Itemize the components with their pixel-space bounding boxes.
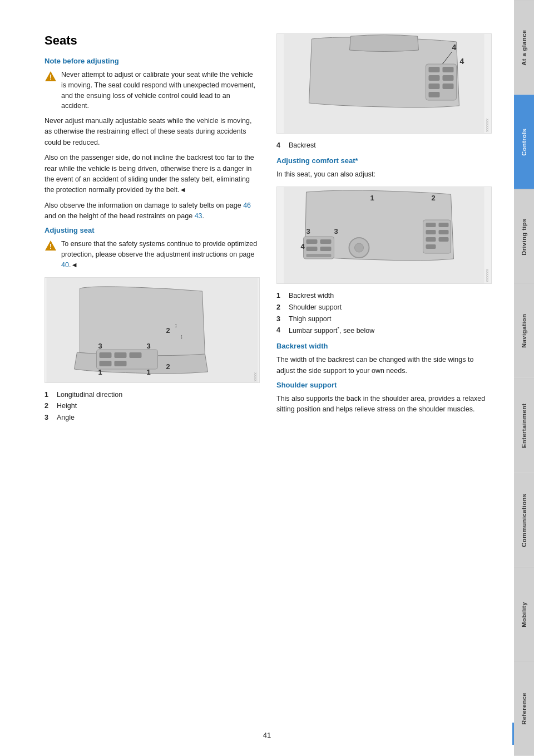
- comfort-item-3: 3 Thigh support: [276, 314, 492, 325]
- main-content: Seats Note before adjusting ! Never atte…: [0, 0, 514, 756]
- svg-text:2: 2: [166, 326, 170, 335]
- svg-text:↕: ↕: [180, 333, 184, 340]
- list-item-2: 2 Height: [44, 401, 260, 411]
- item-label-3: Angle: [57, 413, 75, 423]
- warning-text-2: To ensure that the safety systems contin…: [61, 239, 260, 270]
- item-label-1: Longitudinal direction: [57, 390, 122, 400]
- svg-rect-24: [443, 75, 454, 81]
- svg-text:1: 1: [147, 368, 151, 376]
- right-sidebar: At a glance Controls Driving tips Naviga…: [514, 0, 534, 756]
- subsection-comfort-seat: Adjusting comfort seat* In this seat, yo…: [276, 156, 492, 337]
- svg-text:↕: ↕: [175, 322, 178, 328]
- body-shoulder-support: This also supports the back in the shoul…: [276, 394, 492, 415]
- body-text-1c: Also observe the information on damage t…: [44, 200, 260, 222]
- sidebar-tab-reference[interactable]: Reference: [514, 661, 534, 756]
- svg-text:!: !: [50, 73, 52, 81]
- asterisk-lumbar: *: [338, 326, 340, 331]
- svg-rect-34: [320, 239, 332, 244]
- sidebar-tab-controls[interactable]: Controls: [514, 95, 534, 189]
- warning-text-1: Never attempt to adjust or calibrate you…: [61, 70, 260, 111]
- svg-text:!: !: [50, 243, 52, 251]
- comfort-num-3: 3: [276, 314, 284, 325]
- warning-triangle-1: !: [44, 71, 57, 111]
- seat-adjust-list: 1 Longitudinal direction 2 Height 3 Angl…: [44, 390, 260, 423]
- svg-rect-23: [429, 75, 440, 81]
- heading-backrest-width: Backrest width: [276, 342, 492, 350]
- svg-rect-44: [439, 230, 449, 234]
- svg-text:2: 2: [432, 194, 436, 202]
- page-container: Seats Note before adjusting ! Never atte…: [0, 0, 534, 756]
- svg-rect-25: [429, 84, 440, 89]
- heading-note-before-adjusting: Note before adjusting: [44, 57, 260, 65]
- heading-shoulder-support: Shoulder support: [276, 381, 492, 389]
- left-column: Seats Note before adjusting ! Never atte…: [44, 33, 260, 734]
- heading-adjusting-seat: Adjusting seat: [44, 226, 260, 234]
- seat-adjust-svg: 3 3 2 2 1 1 ↕ ↕: [45, 277, 259, 383]
- right-column: 4 4 xxxxxx 4 Backrest Adjusting comfort …: [276, 33, 492, 734]
- comfort-label-4: Lumbar support*, see below: [289, 325, 374, 336]
- backrest-item-4: 4 Backrest: [276, 140, 492, 151]
- svg-text:3: 3: [98, 342, 102, 350]
- svg-text:4: 4: [452, 43, 457, 52]
- svg-rect-27: [429, 92, 440, 97]
- svg-text:4: 4: [460, 57, 464, 66]
- comfort-num-4: 4: [276, 325, 284, 336]
- svg-rect-8: [130, 352, 142, 358]
- section-title: Seats: [44, 33, 260, 48]
- comfort-item-1: 1 Backrest width: [276, 291, 492, 301]
- comfort-item-2: 2 Shoulder support: [276, 302, 492, 313]
- svg-text:3: 3: [306, 227, 310, 235]
- subsection-shoulder-support: Shoulder support This also supports the …: [276, 381, 492, 415]
- svg-text:1: 1: [370, 194, 374, 202]
- backrest-svg: 4 4: [277, 33, 491, 134]
- svg-rect-46: [439, 237, 449, 242]
- svg-text:4: 4: [301, 242, 305, 251]
- svg-rect-7: [115, 352, 127, 358]
- svg-rect-6: [100, 352, 112, 358]
- comfort-label-2: Shoulder support: [289, 302, 342, 313]
- backrest-num-4: 4: [276, 140, 284, 151]
- backrest-label-4: Backrest: [289, 140, 316, 151]
- page-number: 41: [263, 731, 271, 739]
- link-page-46[interactable]: 46: [243, 202, 251, 209]
- list-item-3: 3 Angle: [44, 413, 260, 423]
- img-id-2: xxxxxx: [485, 119, 490, 132]
- subsection-note-before-adjusting: Note before adjusting ! Never attempt to…: [44, 57, 260, 222]
- comfort-seat-list: 1 Backrest width 2 Shoulder support 3 Th…: [276, 291, 492, 336]
- img-id-1: xxxx: [253, 372, 258, 381]
- subsection-backrest-width: Backrest width The width of the backrest…: [276, 342, 492, 376]
- sidebar-tab-entertainment[interactable]: Entertainment: [514, 378, 534, 473]
- sidebar-tab-driving-tips[interactable]: Driving tips: [514, 189, 534, 284]
- comfort-seat-intro: In this seat, you can also adjust:: [276, 169, 492, 180]
- svg-rect-22: [443, 67, 454, 72]
- svg-rect-41: [426, 223, 436, 227]
- sidebar-tab-mobility[interactable]: Mobility: [514, 567, 534, 662]
- svg-rect-21: [429, 67, 440, 72]
- comfort-seat-image: 1 2 3 3 4 xxxxxx: [276, 186, 492, 284]
- comfort-seat-svg: 1 2 3 3 4: [277, 186, 491, 284]
- item-num-3: 3: [44, 413, 52, 423]
- sidebar-tab-communications[interactable]: Communications: [514, 473, 534, 567]
- comfort-label-3: Thigh support: [289, 314, 331, 325]
- warning-triangle-2: !: [44, 240, 57, 270]
- svg-rect-47: [426, 244, 436, 249]
- link-page-43[interactable]: 43: [195, 212, 202, 220]
- link-page-40[interactable]: 40: [61, 261, 69, 269]
- svg-rect-42: [439, 223, 449, 227]
- comfort-label-1: Backrest width: [289, 291, 334, 301]
- item-num-2: 2: [44, 401, 52, 411]
- svg-rect-35: [306, 247, 318, 251]
- warning-block-2: ! To ensure that the safety systems cont…: [44, 239, 260, 270]
- backrest-image: 4 4 xxxxxx: [276, 33, 492, 134]
- svg-rect-43: [426, 230, 436, 234]
- sidebar-tab-navigation[interactable]: Navigation: [514, 283, 534, 378]
- comfort-seat-heading-text: Adjusting comfort seat*: [276, 156, 358, 165]
- comfort-item-4: 4 Lumbar support*, see below: [276, 325, 492, 336]
- subsection-adjusting-seat: Adjusting seat ! To ensure that the safe…: [44, 226, 260, 423]
- sidebar-tab-at-a-glance[interactable]: At a glance: [514, 0, 534, 95]
- comfort-num-2: 2: [276, 302, 284, 313]
- svg-rect-45: [426, 237, 436, 242]
- seat-adjust-image: 3 3 2 2 1 1 ↕ ↕ xxxx: [44, 277, 260, 383]
- svg-text:2: 2: [166, 362, 170, 371]
- svg-rect-10: [115, 361, 127, 366]
